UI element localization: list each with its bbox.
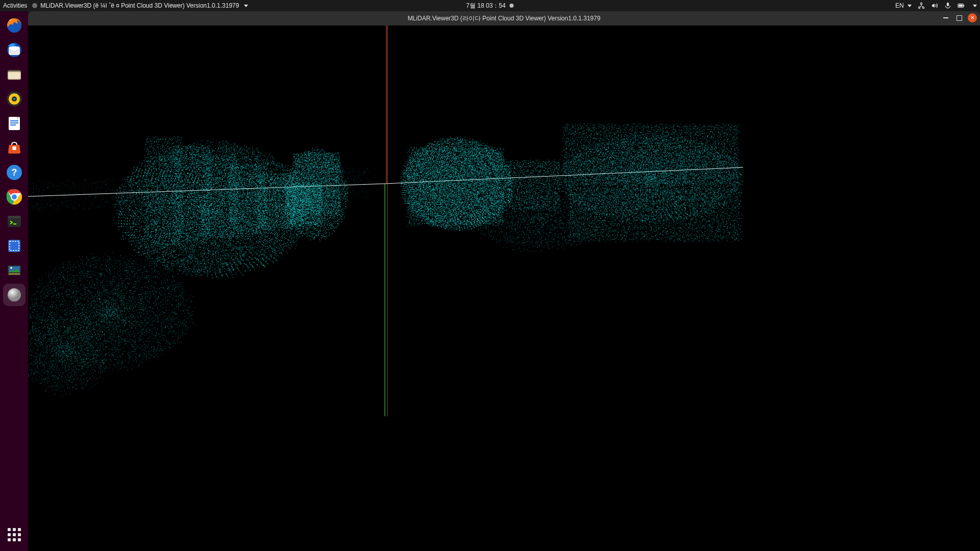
- dock-writer[interactable]: [3, 112, 26, 135]
- svg-point-33: [10, 267, 12, 269]
- dock-software[interactable]: [3, 137, 26, 159]
- dock-screenshot[interactable]: [3, 235, 26, 257]
- app-indicator-icon: [32, 3, 37, 8]
- svg-point-15: [13, 98, 15, 100]
- svg-rect-19: [10, 124, 16, 126]
- chevron-down-icon: [244, 5, 248, 7]
- pointcloud-canvas[interactable]: [28, 26, 743, 416]
- pointcloud-viewport[interactable]: [28, 26, 743, 416]
- svg-rect-34: [9, 273, 20, 274]
- window-title: MLiDAR.Viewer3D (라이다 Point Cloud 3D View…: [408, 14, 601, 23]
- topbar-app-title: MLiDAR.Viewer3D (ë ¼ì ˆë ¤ Point Cloud 3…: [40, 2, 239, 9]
- dock-chrome[interactable]: [3, 186, 26, 208]
- dock-terminal[interactable]: [3, 210, 26, 233]
- svg-point-35: [8, 288, 21, 302]
- activities-button[interactable]: Activities: [3, 2, 27, 9]
- ubuntu-dock: ?: [0, 11, 28, 416]
- window-titlebar[interactable]: MLiDAR.Viewer3D (라이다 Point Cloud 3D View…: [28, 11, 743, 26]
- svg-rect-20: [12, 146, 16, 150]
- svg-rect-28: [13, 223, 16, 224]
- dock-mlidar-viewer[interactable]: [3, 284, 26, 306]
- svg-rect-17: [10, 120, 18, 121]
- topbar-clock[interactable]: 7월 18 03：54: [466, 2, 513, 10]
- mlidar-window: MLiDAR.Viewer3D (라이다 Point Cloud 3D View…: [28, 11, 743, 416]
- topbar-app-menu[interactable]: MLiDAR.Viewer3D (ë ¼ì ˆë ¤ Point Cloud 3…: [32, 2, 248, 9]
- svg-text:?: ?: [11, 167, 17, 178]
- dock-rhythmbox[interactable]: [3, 88, 26, 110]
- clock-label: 7월 18 03：54: [466, 2, 505, 10]
- dock-firefox[interactable]: [3, 14, 26, 37]
- gnome-topbar: Activities MLiDAR.Viewer3D (ë ¼ì ˆë ¤ Po…: [0, 0, 743, 11]
- svg-rect-18: [10, 122, 18, 123]
- dock-image-viewer[interactable]: [3, 259, 26, 282]
- dock-files[interactable]: [3, 63, 26, 86]
- dock-help[interactable]: ?: [3, 161, 26, 184]
- dock-thunderbird[interactable]: [3, 39, 26, 61]
- svg-rect-11: [9, 72, 20, 79]
- notification-dot-icon: [510, 4, 514, 8]
- svg-rect-27: [8, 216, 21, 218]
